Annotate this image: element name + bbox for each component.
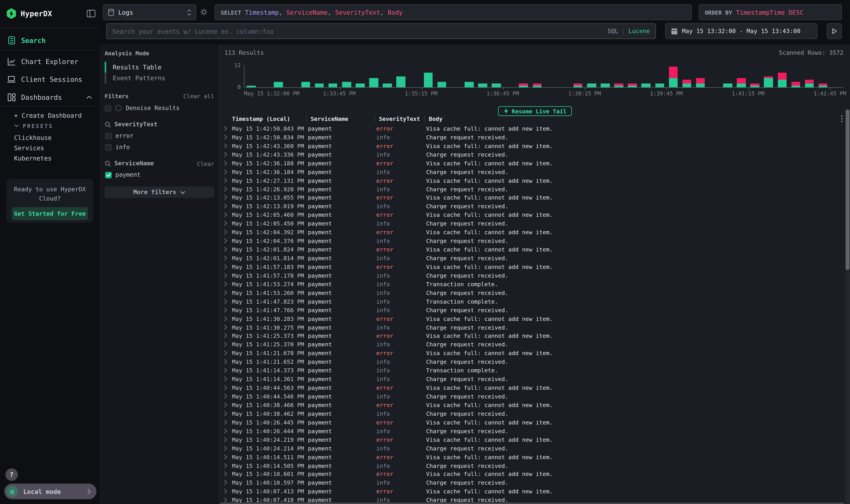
chart-bar[interactable] [437,65,446,87]
table-row[interactable]: May 15 1:40:38.466 PMpaymenterrorVisa ca… [223,400,836,409]
row-expand-chevron-icon[interactable] [223,273,231,278]
chart-bar[interactable] [723,65,732,87]
row-expand-chevron-icon[interactable] [223,143,231,148]
table-row[interactable]: May 15 1:40:44.546 PMpaymentinfoCharge r… [223,392,836,401]
run-query-button[interactable] [827,23,842,39]
chart-bar[interactable] [696,65,705,87]
table-row[interactable]: May 15 1:40:24.219 PMpaymenterrorVisa ca… [223,435,836,444]
sidebar-item-search[interactable]: Search [0,33,100,48]
table-row[interactable]: May 15 1:42:50.843 PMpaymenterrorVisa ca… [223,124,836,133]
denoise-results-option[interactable]: Denoise Results [105,105,214,112]
row-expand-chevron-icon[interactable] [223,186,231,192]
gear-icon[interactable] [200,8,208,16]
row-expand-chevron-icon[interactable] [223,411,231,416]
table-row[interactable]: May 15 1:40:10.597 PMpaymentinfoCharge r… [223,479,836,487]
table-row[interactable]: May 15 1:42:05.460 PMpaymenterrorVisa ca… [223,211,836,219]
row-expand-chevron-icon[interactable] [223,134,231,140]
table-row[interactable]: May 15 1:41:21.652 PMpaymentinfoCharge r… [223,357,836,366]
table-row[interactable]: May 15 1:42:26.920 PMpaymentinfoCharge r… [223,185,836,193]
row-expand-chevron-icon[interactable] [223,281,231,287]
row-expand-chevron-icon[interactable] [223,299,231,304]
table-options-kebab-icon[interactable] [841,115,843,123]
table-row[interactable]: May 15 1:41:25.373 PMpaymenterrorVisa ca… [223,331,836,340]
row-expand-chevron-icon[interactable] [223,480,231,485]
table-row[interactable]: May 15 1:41:21.678 PMpaymenterrorVisa ca… [223,349,836,358]
row-expand-chevron-icon[interactable] [223,497,231,503]
filter-option-error[interactable]: error [105,132,214,139]
preset-item-clickhouse[interactable]: Clickhouse [0,133,100,142]
chart-bar[interactable] [737,65,746,87]
table-row[interactable]: May 15 1:40:14.511 PMpaymenterrorVisa ca… [223,452,836,461]
chart-bar[interactable] [805,65,814,87]
chart-bar[interactable] [274,65,283,87]
table-row[interactable]: May 15 1:42:04.392 PMpaymenterrorVisa ca… [223,228,836,236]
error-checkbox[interactable] [105,132,112,139]
table-row[interactable]: May 15 1:41:47.766 PMpaymentinfoCharge r… [223,306,836,314]
row-expand-chevron-icon[interactable] [223,445,231,451]
presets-section-toggle[interactable]: PRESETS [0,122,100,130]
chart-bar[interactable] [614,65,623,87]
table-row[interactable]: May 15 1:42:01.814 PMpaymentinfoCharge r… [223,254,836,263]
row-expand-chevron-icon[interactable] [223,169,231,174]
table-row[interactable]: May 15 1:41:53.260 PMpaymentinfoCharge r… [223,288,836,297]
row-expand-chevron-icon[interactable] [223,342,231,347]
chart-bar[interactable] [778,65,786,87]
select-query-input[interactable]: SELECT Timestamp, ServiceName, SeverityT… [215,4,692,20]
row-expand-chevron-icon[interactable] [223,316,231,321]
table-row[interactable]: May 15 1:40:07.413 PMpaymenterrorVisa ca… [223,487,836,496]
chart-bar[interactable] [465,65,473,87]
chart-bar[interactable] [478,65,487,87]
row-expand-chevron-icon[interactable] [223,359,231,364]
table-row[interactable]: May 15 1:41:57.183 PMpaymenterrorVisa ca… [223,262,836,271]
vertical-scrollbar-thumb[interactable] [846,109,849,270]
table-row[interactable]: May 15 1:40:10.601 PMpaymenterrorVisa ca… [223,470,836,479]
chart-bar[interactable] [532,65,542,87]
table-row[interactable]: May 15 1:42:04.376 PMpaymentinfoCharge r… [223,236,836,245]
chart-bar[interactable] [791,65,800,87]
sidebar-item-client-sessions[interactable]: Client Sessions [0,72,100,87]
chart-bar[interactable] [574,65,582,87]
row-expand-chevron-icon[interactable] [223,247,231,252]
chart-bar[interactable] [682,65,691,87]
more-filters-button[interactable]: More filters [105,186,214,198]
table-row[interactable]: May 15 1:41:30.275 PMpaymentinfoCharge r… [223,323,836,331]
row-expand-chevron-icon[interactable] [223,394,231,399]
chart-bar[interactable] [424,65,433,87]
preset-item-services[interactable]: Services [0,144,100,152]
table-row[interactable]: May 15 1:40:14.505 PMpaymentinfoCharge r… [223,461,836,470]
row-expand-chevron-icon[interactable] [223,471,231,477]
table-row[interactable]: May 15 1:41:57.178 PMpaymentinfoCharge r… [223,271,836,280]
chart-bar[interactable] [628,65,637,87]
row-expand-chevron-icon[interactable] [223,419,231,425]
column-header-timestamp[interactable]: Timestamp (Local) [230,115,306,122]
row-expand-chevron-icon[interactable] [223,178,231,183]
local-mode-button[interactable]: U Local mode [4,484,96,499]
row-expand-chevron-icon[interactable] [223,367,231,373]
source-select[interactable]: Logs [103,4,196,20]
table-row[interactable]: May 15 1:41:30.283 PMpaymenterrorVisa ca… [223,314,836,323]
chart-bar[interactable] [356,65,365,87]
table-row[interactable]: May 15 1:40:26.444 PMpaymentinfoCharge r… [223,427,836,435]
column-header-servicename[interactable]: ServiceName [306,115,375,122]
vertical-scrollbar-track[interactable] [845,109,850,504]
filter-option-info[interactable]: info [105,144,214,151]
chart-bar[interactable] [750,65,759,87]
chart-bar[interactable] [315,65,324,87]
chart-bar[interactable] [655,65,664,87]
table-row[interactable]: May 15 1:40:26.445 PMpaymenterrorVisa ca… [223,418,836,427]
chart-bar[interactable] [247,65,256,87]
table-row[interactable]: May 15 1:42:36.188 PMpaymenterrorVisa ca… [223,159,836,167]
table-row[interactable]: May 15 1:41:14.373 PMpaymentinfoTransact… [223,366,836,375]
row-expand-chevron-icon[interactable] [223,307,231,312]
table-row[interactable]: May 15 1:41:14.361 PMpaymentinfoCharge r… [223,375,836,383]
row-expand-chevron-icon[interactable] [223,489,231,494]
sidebar-collapse-icon[interactable] [87,10,95,17]
time-range-picker[interactable]: May 15 13:32:00 - May 15 13:43:00 [665,23,817,39]
row-expand-chevron-icon[interactable] [223,463,231,468]
column-header-body[interactable]: Body [424,115,836,122]
table-row[interactable]: May 15 1:40:44.563 PMpaymenterrorVisa ca… [223,383,836,392]
filter-option-payment[interactable]: payment [105,171,214,178]
row-expand-chevron-icon[interactable] [223,212,231,217]
table-row[interactable]: May 15 1:42:43.360 PMpaymenterrorVisa ca… [223,141,836,150]
row-expand-chevron-icon[interactable] [223,324,231,330]
